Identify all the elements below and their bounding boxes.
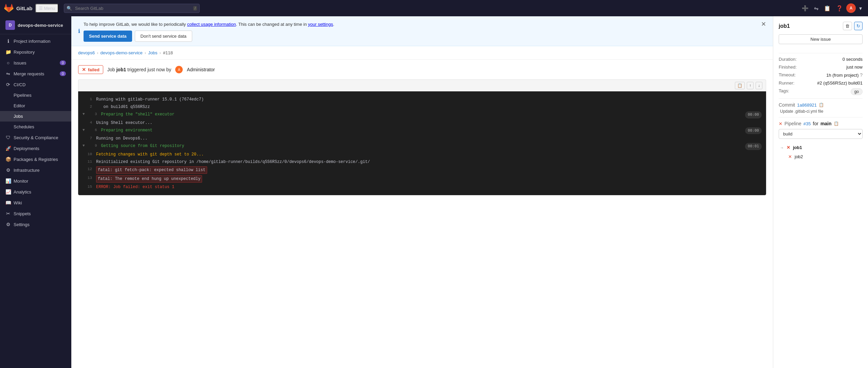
security-icon: 🛡: [5, 135, 11, 140]
info-icon: ℹ: [5, 38, 11, 44]
finished-label: Finished:: [779, 65, 797, 70]
sidebar-item-pipelines[interactable]: Pipelines: [0, 90, 71, 100]
terminal-line-error-msg: 15 ERROR: Job failed: exit status 1: [78, 183, 766, 191]
issues-icon: ○: [5, 60, 11, 66]
sidebar-item-snippets[interactable]: ✂ Snippets: [0, 208, 71, 219]
sidebar-item-label: Analytics: [14, 189, 31, 195]
terminal-line: 10 Fetching changes with git depth set t…: [78, 151, 766, 158]
sidebar-item-analytics[interactable]: 📈 Analytics: [0, 186, 71, 197]
copy-pipeline-icon[interactable]: 📋: [834, 121, 839, 126]
breadcrumb-project[interactable]: devops-demo-service: [101, 50, 143, 55]
top-navigation: GitLab ☰ Menu 🔍 / ➕ ⇋ 📋 ❓ A ▾: [0, 0, 868, 16]
monitor-icon: 📊: [5, 178, 11, 184]
pipeline-stage-select[interactable]: build: [779, 129, 863, 139]
trigger-user-name: Administrator: [187, 67, 215, 72]
help-button[interactable]: ❓: [834, 3, 845, 14]
packages-icon: 📦: [5, 157, 11, 162]
sidebar-item-repository[interactable]: 📁 Repository: [0, 47, 71, 57]
expand-icon[interactable]: ▼: [83, 143, 85, 149]
repository-icon: 📁: [5, 49, 11, 55]
commit-hash-link[interactable]: 1a868921: [797, 103, 817, 108]
terminal-copy-button[interactable]: 📋: [735, 82, 745, 89]
sidebar-item-packages-registries[interactable]: 📦 Packages & Registries: [0, 154, 71, 165]
user-avatar[interactable]: A: [846, 3, 856, 13]
menu-button[interactable]: ☰ Menu: [35, 4, 59, 13]
pipeline-number-link[interactable]: #35: [803, 121, 811, 126]
terminal-line: 4 Using Shell executor...: [78, 119, 766, 127]
job-list-item-job2[interactable]: ✕ job2: [779, 152, 863, 161]
breadcrumb-jobs[interactable]: Jobs: [148, 50, 157, 55]
sidebar: D devops-demo-service ℹ Project informat…: [0, 16, 71, 368]
search-bar: 🔍 /: [64, 4, 200, 13]
terminal[interactable]: 1 Running with gitlab-runner 15.0.1 (767…: [78, 91, 766, 195]
finished-value: just now: [846, 65, 863, 70]
notification-text: To help improve GitLab, we would like to…: [84, 22, 761, 27]
merge-requests-icon: ⇋: [5, 71, 11, 76]
sidebar-item-merge-requests[interactable]: ⇋ Merge requests 0: [0, 68, 71, 79]
failed-icon: ✕: [82, 67, 86, 72]
sidebar-item-jobs[interactable]: Jobs: [0, 111, 71, 122]
project-name: devops-demo-service: [18, 23, 63, 28]
job-header: ✕ failed Job job1 triggered just now by …: [71, 60, 773, 79]
sidebar-item-infrastructure[interactable]: ⚙ Infrastructure: [0, 165, 71, 176]
terminal-line: 11 Reinitialized existing Git repository…: [78, 158, 766, 166]
expand-icon[interactable]: ▼: [83, 127, 85, 133]
job2-label: job2: [795, 154, 803, 159]
gitlab-wordmark: GitLab: [16, 5, 33, 11]
new-item-button[interactable]: ➕: [800, 3, 811, 14]
search-shortcut: /: [193, 6, 197, 11]
sidebar-item-issues[interactable]: ○ Issues 0: [0, 57, 71, 68]
job-list-item-job1[interactable]: → ✕ job1: [779, 143, 863, 152]
sidebar-item-label: Jobs: [14, 114, 23, 119]
terminal-line: 2 on build01 q5S6RSzz: [78, 103, 766, 111]
sidebar-item-label: CI/CD: [14, 82, 25, 87]
sidebar-item-wiki[interactable]: 📖 Wiki: [0, 197, 71, 208]
sidebar-item-monitor[interactable]: 📊 Monitor: [0, 176, 71, 186]
search-input[interactable]: [64, 4, 200, 13]
terminal-toolbar: 📋 ↑ ↓: [78, 79, 766, 91]
sidebar-item-label: Deployments: [14, 146, 39, 151]
user-menu-chevron[interactable]: ▾: [857, 3, 864, 14]
commit-row: Commit 1a868921 📋: [779, 102, 863, 108]
divider: [779, 53, 863, 53]
sidebar-item-label: Infrastructure: [14, 168, 40, 173]
sidebar-item-schedules[interactable]: Schedules: [0, 122, 71, 132]
retry-job-button[interactable]: ↻: [854, 22, 863, 30]
gitlab-logo[interactable]: GitLab: [4, 3, 33, 13]
delete-job-button[interactable]: 🗑: [843, 22, 852, 30]
collect-usage-link[interactable]: collect usage information: [187, 22, 236, 27]
settings-link[interactable]: your settings: [308, 22, 333, 27]
sidebar-item-label: Project information: [14, 39, 50, 44]
sidebar-item-security-compliance[interactable]: 🛡 Security & Compliance: [0, 132, 71, 143]
tag-value: go: [851, 88, 863, 95]
sidebar-project[interactable]: D devops-demo-service: [0, 16, 71, 34]
notification-close-button[interactable]: ✕: [761, 20, 766, 28]
sidebar-item-editor[interactable]: Editor: [0, 100, 71, 111]
sidebar-item-deployments[interactable]: 🚀 Deployments: [0, 143, 71, 154]
expand-icon[interactable]: ▼: [83, 111, 85, 117]
settings-icon: ⚙: [5, 222, 11, 227]
runner-value: #2 (q5S6RSzz) build01: [817, 80, 863, 86]
issues-button[interactable]: 📋: [822, 3, 833, 14]
send-service-data-button[interactable]: Send service data: [84, 31, 132, 42]
breadcrumb-job-id: #118: [163, 50, 173, 55]
timeout-help-icon[interactable]: ?: [860, 72, 863, 78]
sidebar-item-label: Schedules: [14, 124, 34, 129]
copy-commit-icon[interactable]: 📋: [819, 103, 824, 107]
terminal-scroll-up-button[interactable]: ↑: [747, 82, 754, 89]
dont-send-service-data-button[interactable]: Don't send service data: [135, 31, 192, 42]
merge-requests-button[interactable]: ⇋: [812, 3, 820, 14]
breadcrumb-devops6[interactable]: devops6: [78, 50, 95, 55]
duration-value: 0 seconds: [843, 57, 863, 62]
project-icon: D: [5, 20, 15, 30]
new-issue-button[interactable]: New issue: [779, 34, 863, 44]
terminal-scroll-down-button[interactable]: ↓: [756, 82, 762, 89]
timing-badge: 00:00: [745, 111, 762, 118]
job-status-text: failed: [88, 67, 100, 72]
sidebar-item-cicd[interactable]: ⟳ CI/CD: [0, 79, 71, 90]
sidebar-item-project-information[interactable]: ℹ Project information: [0, 36, 71, 47]
trigger-user-avatar: A: [175, 66, 183, 73]
timeout-row: Timeout: 1h (from project) ?: [779, 72, 863, 78]
terminal-line-error: 13 fatal: The remote end hung up unexpec…: [78, 174, 766, 183]
sidebar-item-settings[interactable]: ⚙ Settings: [0, 219, 71, 230]
